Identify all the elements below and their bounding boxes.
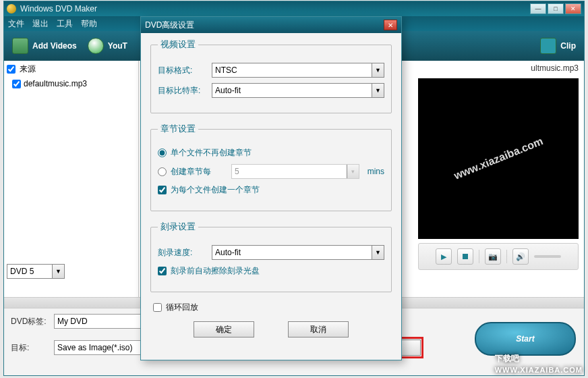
loop-playback-checkbox[interactable] <box>153 303 162 312</box>
minimize-button[interactable]: — <box>530 3 546 14</box>
cancel-button-label: 取消 <box>310 324 326 335</box>
file-name-label: defaultmusic.mp3 <box>24 79 87 88</box>
menu-tools[interactable]: 工具 <box>57 18 73 30</box>
stop-button[interactable] <box>457 248 473 265</box>
chevron-down-icon: ▾ <box>347 165 359 178</box>
auto-erase-checkbox[interactable] <box>158 267 167 275</box>
ok-button-label: 确定 <box>216 324 232 335</box>
source-header: 来源 <box>7 63 136 75</box>
chevron-down-icon: ▼ <box>372 63 384 77</box>
create-every-radio[interactable] <box>158 167 167 176</box>
source-checkbox[interactable] <box>7 65 16 74</box>
chapter-interval-value: 5 <box>235 167 239 176</box>
youtube-button[interactable]: YouT <box>88 38 127 54</box>
file-row[interactable]: defaultmusic.mp3 <box>7 78 136 90</box>
clip-button[interactable]: Clip <box>540 38 576 54</box>
per-file-chapter-label: 为每个文件创建一个章节 <box>171 184 260 196</box>
video-preview: www.xiazaiba.com <box>418 78 579 239</box>
bitrate-select[interactable]: Auto-fit ▼ <box>212 83 384 98</box>
dvd-size-value: DVD 5 <box>10 267 34 276</box>
app-title: Windows DVD Maker <box>20 4 530 14</box>
cancel-button[interactable]: 取消 <box>288 321 349 338</box>
loop-playback-label: 循环回放 <box>166 302 198 313</box>
preview-filename: ultmusic.mp3 <box>531 63 579 76</box>
auto-erase-label: 刻录前自动擦除刻录光盘 <box>171 265 260 277</box>
clip-icon <box>540 38 556 54</box>
menu-file[interactable]: 文件 <box>8 18 24 30</box>
dialog-close-button[interactable]: ✕ <box>384 20 397 30</box>
burn-speed-label: 刻录速度: <box>158 247 206 259</box>
start-button-label: Start <box>516 334 534 344</box>
burn-speed-value: Auto-fit <box>215 248 241 257</box>
bitrate-value: Auto-fit <box>215 86 241 95</box>
target-caption: 目标: <box>11 342 47 354</box>
no-chapters-radio[interactable] <box>158 148 167 157</box>
dialog-title: DVD高级设置 <box>145 20 384 31</box>
burn-settings-group: 刻录设置 刻录速度: Auto-fit ▼ 刻录前自动擦除刻录光盘 <box>150 221 392 292</box>
volume-slider[interactable] <box>534 255 561 258</box>
add-videos-button[interactable]: Add Videos <box>12 38 77 54</box>
clip-label: Clip <box>560 41 576 51</box>
start-button[interactable]: Start <box>475 322 576 356</box>
video-settings-legend: 视频设置 <box>158 38 198 51</box>
chevron-down-icon: ▼ <box>52 265 64 278</box>
chevron-down-icon: ▼ <box>372 84 384 97</box>
menu-help[interactable]: 帮助 <box>81 18 97 30</box>
burn-speed-select[interactable]: Auto-fit ▼ <box>212 245 384 260</box>
maximize-button[interactable]: □ <box>548 3 564 14</box>
youtube-label: YouT <box>108 41 127 51</box>
snapshot-button[interactable]: 📷 <box>485 248 501 265</box>
interval-unit-label: mins <box>368 167 384 176</box>
dvd-size-select[interactable]: DVD 5 ▼ <box>7 264 65 279</box>
titlebar: Windows DVD Maker — □ ✕ <box>4 1 584 16</box>
chapter-settings-legend: 章节设置 <box>158 123 198 135</box>
burn-settings-legend: 刻录设置 <box>158 221 198 233</box>
app-logo-icon <box>7 4 16 14</box>
no-chapters-label: 单个文件不再创建章节 <box>171 147 252 159</box>
close-button[interactable]: ✕ <box>565 3 581 14</box>
chevron-down-icon: ▼ <box>372 246 384 259</box>
chapter-settings-group: 章节设置 单个文件不再创建章节 创建章节每 5 ▾ mins 为每个文件创建一个… <box>150 123 392 211</box>
target-format-value: NTSC <box>215 65 237 75</box>
dialog-titlebar: DVD高级设置 ✕ <box>141 17 401 33</box>
target-value: Save as Image(*.iso) <box>57 343 132 352</box>
source-label: 来源 <box>20 63 36 75</box>
video-settings-group: 视频设置 目标格式: NTSC ▼ 目标比特率: Auto-fit ▼ <box>150 38 392 113</box>
dvd-label-value: My DVD <box>57 317 88 326</box>
per-file-chapter-checkbox[interactable] <box>158 186 167 194</box>
add-videos-label: Add Videos <box>32 41 77 51</box>
target-format-label: 目标格式: <box>158 65 206 76</box>
download-arrow-icon <box>88 38 104 54</box>
advanced-settings-dialog: DVD高级设置 ✕ 视频设置 目标格式: NTSC ▼ 目标比特率: Auto-… <box>140 16 402 360</box>
chapter-interval-select[interactable]: 5 ▾ <box>231 164 359 179</box>
file-checkbox[interactable] <box>12 80 21 88</box>
play-button[interactable]: ▶ <box>436 248 452 265</box>
add-videos-icon <box>12 38 28 54</box>
menu-exit[interactable]: 退出 <box>32 18 49 30</box>
bitrate-label: 目标比特率: <box>158 85 206 97</box>
left-panel: 来源 defaultmusic.mp3 DVD 5 ▼ <box>4 61 139 297</box>
playback-bar: ▶ 📷 🔊 <box>418 243 579 270</box>
target-format-select[interactable]: NTSC ▼ <box>212 63 384 78</box>
volume-button[interactable]: 🔊 <box>512 248 529 265</box>
ok-button[interactable]: 确定 <box>194 321 254 338</box>
dvd-label-caption: DVD标签: <box>11 316 47 327</box>
create-every-label: 创建章节每 <box>171 166 211 178</box>
preview-watermark: www.xiazaiba.com <box>452 135 544 182</box>
